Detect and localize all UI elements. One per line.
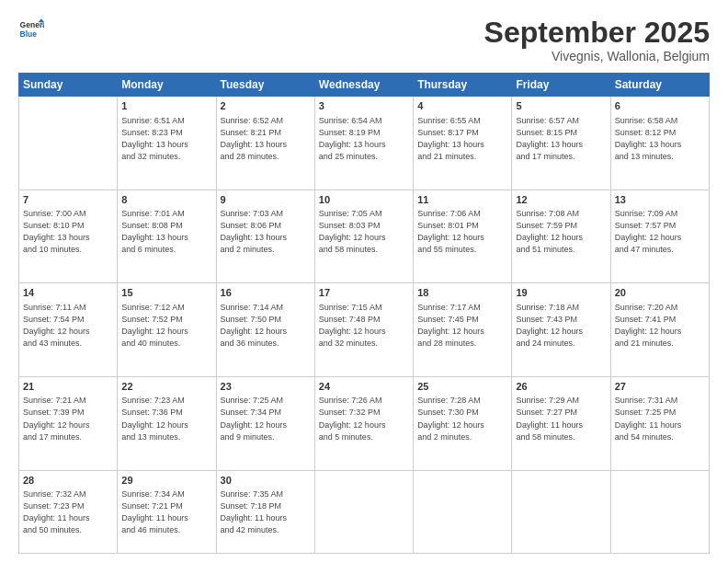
- table-row: 13Sunrise: 7:09 AM Sunset: 7:57 PM Dayli…: [610, 190, 709, 283]
- table-row: 19Sunrise: 7:18 AM Sunset: 7:43 PM Dayli…: [512, 283, 610, 377]
- month-title: September 2025: [484, 17, 710, 49]
- table-row: 22Sunrise: 7:23 AM Sunset: 7:36 PM Dayli…: [118, 377, 216, 471]
- table-row: 1Sunrise: 6:51 AM Sunset: 8:23 PM Daylig…: [118, 97, 216, 190]
- day-number: 2: [221, 99, 311, 113]
- table-row: [314, 470, 413, 553]
- day-info: Sunrise: 7:23 AM Sunset: 7:36 PM Dayligh…: [121, 395, 211, 442]
- day-number: 28: [23, 474, 113, 488]
- table-row: 28Sunrise: 7:32 AM Sunset: 7:23 PM Dayli…: [19, 470, 118, 553]
- day-number: 17: [319, 286, 409, 300]
- table-row: 14Sunrise: 7:11 AM Sunset: 7:54 PM Dayli…: [19, 283, 118, 377]
- day-info: Sunrise: 7:18 AM Sunset: 7:43 PM Dayligh…: [516, 302, 606, 350]
- table-row: [610, 470, 709, 553]
- day-info: Sunrise: 6:55 AM Sunset: 8:17 PM Dayligh…: [417, 115, 507, 163]
- day-number: 4: [417, 99, 507, 113]
- day-info: Sunrise: 7:11 AM Sunset: 7:54 PM Dayligh…: [23, 302, 113, 350]
- day-number: 7: [23, 193, 113, 207]
- day-info: Sunrise: 7:20 AM Sunset: 7:41 PM Dayligh…: [615, 302, 705, 350]
- days-header-row: Sunday Monday Tuesday Wednesday Thursday…: [19, 74, 710, 97]
- day-info: Sunrise: 7:26 AM Sunset: 7:32 PM Dayligh…: [319, 395, 409, 442]
- day-info: Sunrise: 7:14 AM Sunset: 7:50 PM Dayligh…: [221, 302, 311, 350]
- table-row: 2Sunrise: 6:52 AM Sunset: 8:21 PM Daylig…: [216, 97, 314, 190]
- table-row: 17Sunrise: 7:15 AM Sunset: 7:48 PM Dayli…: [314, 283, 413, 377]
- day-info: Sunrise: 6:52 AM Sunset: 8:21 PM Dayligh…: [221, 115, 311, 163]
- day-info: Sunrise: 7:12 AM Sunset: 7:52 PM Dayligh…: [121, 302, 211, 350]
- day-number: 27: [615, 380, 705, 394]
- day-info: Sunrise: 7:35 AM Sunset: 7:18 PM Dayligh…: [221, 488, 311, 536]
- day-info: Sunrise: 7:03 AM Sunset: 8:06 PM Dayligh…: [221, 208, 311, 256]
- day-info: Sunrise: 6:54 AM Sunset: 8:19 PM Dayligh…: [319, 115, 409, 163]
- header-thursday: Thursday: [414, 74, 512, 97]
- day-info: Sunrise: 7:08 AM Sunset: 7:59 PM Dayligh…: [516, 208, 606, 256]
- header: General Blue September 2025 Vivegnis, Wa…: [18, 17, 710, 63]
- header-sunday: Sunday: [19, 74, 118, 97]
- table-row: 30Sunrise: 7:35 AM Sunset: 7:18 PM Dayli…: [216, 470, 314, 553]
- location-subtitle: Vivegnis, Wallonia, Belgium: [484, 49, 710, 63]
- header-saturday: Saturday: [610, 74, 709, 97]
- table-row: 12Sunrise: 7:08 AM Sunset: 7:59 PM Dayli…: [512, 190, 610, 283]
- day-number: 29: [121, 474, 211, 488]
- day-number: 23: [221, 380, 311, 394]
- table-row: 16Sunrise: 7:14 AM Sunset: 7:50 PM Dayli…: [216, 283, 314, 377]
- day-number: 18: [417, 286, 507, 300]
- table-row: 21Sunrise: 7:21 AM Sunset: 7:39 PM Dayli…: [19, 377, 118, 471]
- day-info: Sunrise: 6:58 AM Sunset: 8:12 PM Dayligh…: [615, 115, 705, 163]
- table-row: 6Sunrise: 6:58 AM Sunset: 8:12 PM Daylig…: [610, 97, 709, 190]
- day-info: Sunrise: 7:09 AM Sunset: 7:57 PM Dayligh…: [615, 208, 705, 256]
- day-info: Sunrise: 7:00 AM Sunset: 8:10 PM Dayligh…: [23, 208, 113, 256]
- day-number: 9: [221, 193, 311, 207]
- day-number: 21: [23, 380, 113, 394]
- day-number: 11: [417, 193, 507, 207]
- header-monday: Monday: [118, 74, 216, 97]
- table-row: 18Sunrise: 7:17 AM Sunset: 7:45 PM Dayli…: [414, 283, 512, 377]
- header-friday: Friday: [512, 74, 610, 97]
- day-info: Sunrise: 7:21 AM Sunset: 7:39 PM Dayligh…: [23, 395, 113, 442]
- day-info: Sunrise: 7:31 AM Sunset: 7:25 PM Dayligh…: [615, 395, 705, 442]
- header-wednesday: Wednesday: [314, 74, 413, 97]
- logo: General Blue: [18, 17, 44, 42]
- table-row: 5Sunrise: 6:57 AM Sunset: 8:15 PM Daylig…: [512, 97, 610, 190]
- day-info: Sunrise: 7:25 AM Sunset: 7:34 PM Dayligh…: [221, 395, 311, 442]
- day-number: 26: [516, 380, 606, 394]
- table-row: 3Sunrise: 6:54 AM Sunset: 8:19 PM Daylig…: [314, 97, 413, 190]
- day-number: 14: [23, 286, 113, 300]
- title-block: September 2025 Vivegnis, Wallonia, Belgi…: [484, 17, 710, 63]
- table-row: 4Sunrise: 6:55 AM Sunset: 8:17 PM Daylig…: [414, 97, 512, 190]
- table-row: [512, 470, 610, 553]
- day-number: 25: [417, 380, 507, 394]
- day-info: Sunrise: 7:01 AM Sunset: 8:08 PM Dayligh…: [121, 208, 211, 256]
- table-row: [19, 97, 118, 190]
- day-number: 1: [121, 99, 211, 113]
- table-row: 23Sunrise: 7:25 AM Sunset: 7:34 PM Dayli…: [216, 377, 314, 471]
- day-number: 24: [319, 380, 409, 394]
- day-info: Sunrise: 7:05 AM Sunset: 8:03 PM Dayligh…: [319, 208, 409, 256]
- day-info: Sunrise: 7:28 AM Sunset: 7:30 PM Dayligh…: [417, 395, 507, 442]
- table-row: 7Sunrise: 7:00 AM Sunset: 8:10 PM Daylig…: [19, 190, 118, 283]
- table-row: 11Sunrise: 7:06 AM Sunset: 8:01 PM Dayli…: [414, 190, 512, 283]
- logo-icon: General Blue: [18, 17, 44, 42]
- day-info: Sunrise: 7:34 AM Sunset: 7:21 PM Dayligh…: [121, 488, 211, 536]
- day-number: 20: [615, 286, 705, 300]
- day-number: 3: [319, 99, 409, 113]
- day-number: 13: [615, 193, 705, 207]
- day-number: 12: [516, 193, 606, 207]
- day-info: Sunrise: 7:06 AM Sunset: 8:01 PM Dayligh…: [417, 208, 507, 256]
- day-number: 16: [221, 286, 311, 300]
- day-number: 10: [319, 193, 409, 207]
- table-row: 25Sunrise: 7:28 AM Sunset: 7:30 PM Dayli…: [414, 377, 512, 471]
- table-row: 10Sunrise: 7:05 AM Sunset: 8:03 PM Dayli…: [314, 190, 413, 283]
- calendar-table: Sunday Monday Tuesday Wednesday Thursday…: [18, 73, 710, 554]
- table-row: 9Sunrise: 7:03 AM Sunset: 8:06 PM Daylig…: [216, 190, 314, 283]
- day-number: 15: [121, 286, 211, 300]
- table-row: 24Sunrise: 7:26 AM Sunset: 7:32 PM Dayli…: [314, 377, 413, 471]
- day-info: Sunrise: 7:17 AM Sunset: 7:45 PM Dayligh…: [417, 302, 507, 350]
- day-info: Sunrise: 7:15 AM Sunset: 7:48 PM Dayligh…: [319, 302, 409, 350]
- day-number: 6: [615, 99, 705, 113]
- svg-text:Blue: Blue: [20, 29, 38, 39]
- day-info: Sunrise: 7:32 AM Sunset: 7:23 PM Dayligh…: [23, 488, 113, 536]
- day-number: 22: [121, 380, 211, 394]
- day-info: Sunrise: 6:51 AM Sunset: 8:23 PM Dayligh…: [121, 115, 211, 163]
- day-info: Sunrise: 7:29 AM Sunset: 7:27 PM Dayligh…: [516, 395, 606, 442]
- table-row: 27Sunrise: 7:31 AM Sunset: 7:25 PM Dayli…: [610, 377, 709, 471]
- day-info: Sunrise: 6:57 AM Sunset: 8:15 PM Dayligh…: [516, 115, 606, 163]
